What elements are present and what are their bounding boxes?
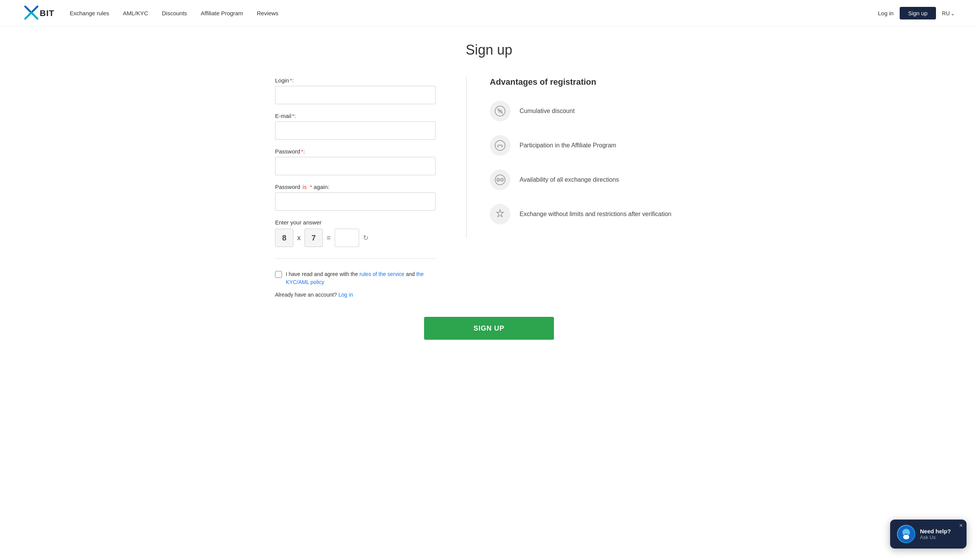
password-required: * [301,148,303,155]
captcha-group: Enter your answer 8 x 7 = ↻ [275,219,436,247]
advantage-text-exchange: Availability of all exchange directions [520,177,619,183]
agreement-row: I have read and agree with the rules of … [275,270,436,286]
login-button[interactable]: Log in [878,10,894,17]
header-actions: Log in Sign up RU ⌄ [878,7,955,20]
rules-link[interactable]: rules of the service [359,271,405,277]
nav-exchange-rules[interactable]: Exchange rules [70,10,109,17]
exchange-icon: $ ₿ [490,170,510,190]
captcha-row: 8 x 7 = ↻ [275,229,436,247]
svg-marker-13 [497,210,503,217]
logo-icon [23,4,40,23]
password-label: Password*: [275,148,436,155]
login-required: * [290,77,292,83]
advantages-section: Advantages of registration % Cumulative … [466,77,703,238]
logo-text: BIT [40,8,54,18]
language-selector[interactable]: RU ⌄ [942,10,955,17]
login-label: Login*: [275,77,436,83]
header: BIT Exchange rules AML/KYC Discounts Aff… [0,0,978,27]
main-nav: Exchange rules AML/KYC Discounts Affilia… [70,10,878,17]
advantage-text-affiliate: Participation in the Affiliate Program [520,142,616,149]
captcha-num2: 7 [304,229,323,247]
advantage-item-discount: % Cumulative discount [490,101,703,122]
svg-text:$: $ [497,178,499,181]
password-again-field-group: Password is * again: [275,183,436,211]
main-content: Sign up Login*: E-mail*: Password*: [260,27,718,363]
chevron-down-icon: ⌄ [951,10,955,17]
email-input[interactable] [275,122,436,140]
nav-discounts[interactable]: Discounts [162,10,187,17]
svg-text:₿: ₿ [501,178,503,181]
captcha-refresh-button[interactable]: ↻ [363,233,369,242]
advantages-title: Advantages of registration [490,77,703,87]
agreement-checkbox[interactable] [275,271,282,278]
password-again-input[interactable] [275,192,436,211]
logo[interactable]: BIT [23,4,54,23]
page-title: Sign up [275,42,703,58]
password-again-label: Password is * again: [275,183,436,190]
agreement-text: I have read and agree with the rules of … [286,270,436,286]
advantage-item-exchange: $ ₿ Availability of all exchange directi… [490,170,703,190]
nolimits-icon [490,204,510,225]
password-input[interactable] [275,157,436,175]
password-field-group: Password*: [275,148,436,175]
signup-form-section: Login*: E-mail*: Password*: Password [275,77,436,309]
signup-header-button[interactable]: Sign up [900,7,936,20]
password-again-required: * [310,183,312,190]
email-label: E-mail*: [275,113,436,119]
email-field-group: E-mail*: [275,113,436,140]
already-account-row: Already have an account? Log in [275,292,436,298]
signup-button-container: SIGN UP [275,317,703,340]
email-required: * [292,113,294,119]
login-link[interactable]: Log in [338,292,353,298]
captcha-operator: x [297,234,301,242]
advantage-text-discount: Cumulative discount [520,108,575,115]
main-signup-button[interactable]: SIGN UP [424,317,554,340]
advantage-item-affiliate: Participation in the Affiliate Program [490,135,703,156]
advantage-item-nolimits: Exchange without limits and restrictions… [490,204,703,225]
discount-icon: % [490,101,510,122]
nav-amlkyc[interactable]: AML/KYC [123,10,148,17]
captcha-equals: = [327,234,331,242]
affiliate-icon [490,135,510,156]
password-again-is: is [303,183,307,190]
content-grid: Login*: E-mail*: Password*: Password [275,77,703,309]
nav-reviews[interactable]: Reviews [257,10,279,17]
advantage-text-nolimits: Exchange without limits and restrictions… [520,211,672,218]
form-divider [275,258,436,259]
refresh-icon: ↻ [363,233,369,242]
login-field-group: Login*: [275,77,436,104]
nav-affiliate[interactable]: Affiliate Program [201,10,243,17]
login-input[interactable] [275,86,436,104]
captcha-label: Enter your answer [275,219,436,226]
captcha-answer-input[interactable] [334,229,359,247]
captcha-num1: 8 [275,229,293,247]
